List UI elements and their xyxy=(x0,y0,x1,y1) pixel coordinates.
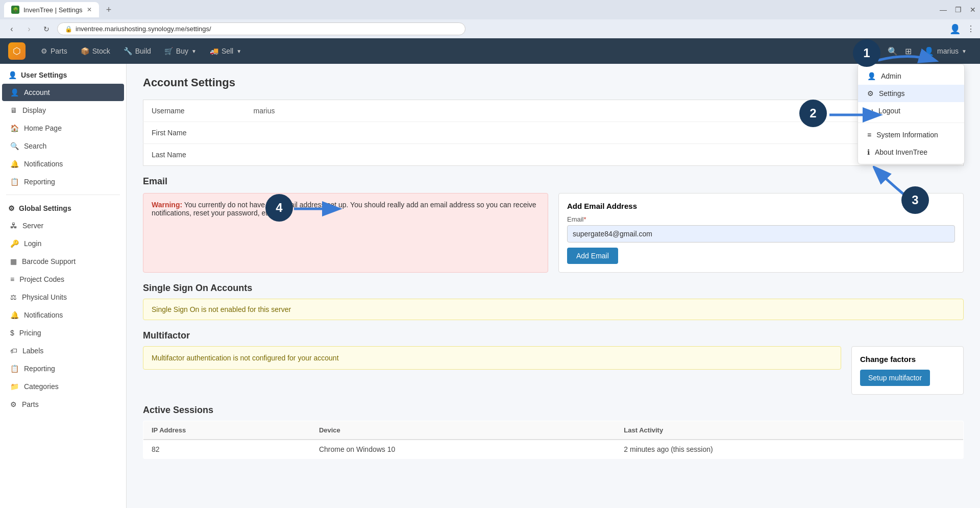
stock-label: Stock xyxy=(92,47,110,55)
arrow-2 xyxy=(829,105,886,127)
dropdown-item-system-info[interactable]: ≡ System Information xyxy=(858,126,964,143)
user-dropdown-icon: ▼ xyxy=(962,49,967,54)
content-area: 👤 User Settings 👤 Account 🖥 Display 🏠 Ho… xyxy=(0,64,980,508)
sessions-table: IP Address Device Last Activity 82 Chrom… xyxy=(143,421,964,459)
minimize-btn[interactable]: — xyxy=(940,6,947,14)
field-label: First Name xyxy=(143,122,246,144)
project-codes-icon: ≡ xyxy=(10,275,14,283)
navbar-item-sell[interactable]: 🚚 Sell ▼ xyxy=(204,44,248,58)
user-settings-icon: 👤 xyxy=(8,71,17,79)
physical-units-icon: ⚖ xyxy=(10,293,17,301)
arrow-4 xyxy=(294,199,345,221)
sidebar-item-display[interactable]: 🖥 Display xyxy=(2,102,124,119)
mfa-warning-box: Multifactor authentication is not config… xyxy=(143,346,841,370)
tab-close-icon[interactable]: ✕ xyxy=(87,6,92,13)
sidebar-item-login[interactable]: 🔑 Login xyxy=(2,235,124,252)
navbar-item-parts[interactable]: ⚙ Parts xyxy=(35,44,74,58)
multifactor-title: Multifactor xyxy=(143,330,964,341)
sidebar-item-server[interactable]: 🖧 Server xyxy=(2,217,124,234)
parts-icon: ⚙ xyxy=(41,47,47,55)
add-email-button[interactable]: Add Email xyxy=(567,248,618,264)
settings-icon: ⚙ xyxy=(867,89,874,98)
sessions-header-row: IP Address Device Last Activity xyxy=(143,421,964,440)
reload-btn[interactable]: ↻ xyxy=(40,22,53,36)
sidebar-item-reporting[interactable]: 📋 Reporting xyxy=(2,173,124,190)
col-device: Device xyxy=(311,421,616,440)
sidebar-item-pricing[interactable]: $ Pricing xyxy=(2,324,124,342)
sidebar-item-notifications[interactable]: 🔔 Notifications xyxy=(2,155,124,173)
mfa-warning-text: Multifactor authentication is not config… xyxy=(152,354,339,362)
sidebar-item-homepage[interactable]: 🏠 Home Page xyxy=(2,119,124,137)
app-logo[interactable]: ⬡ xyxy=(8,42,26,60)
annotation-4: 4 xyxy=(265,194,293,222)
forward-btn[interactable]: › xyxy=(22,22,36,36)
sidebar-item-categories[interactable]: 📁 Categories xyxy=(2,378,124,395)
navbar-item-build[interactable]: 🔧 Build xyxy=(117,44,157,58)
col-ip: IP Address xyxy=(143,421,311,440)
login-icon: 🔑 xyxy=(10,239,19,248)
table-row: 82 Chrome on Windows 10 2 minutes ago (t… xyxy=(143,440,964,459)
sidebar-item-physical-units[interactable]: ⚖ Physical Units xyxy=(2,288,124,306)
page-title: Account Settings xyxy=(143,76,964,89)
lock-icon: 🔒 xyxy=(65,26,72,33)
tab-favicon: 🌳 xyxy=(11,6,19,14)
annotation-2: 2 xyxy=(799,100,827,127)
about-icon: ℹ xyxy=(867,148,870,156)
email-section-title: Email xyxy=(143,176,964,187)
warning-prefix: Warning: xyxy=(152,201,182,209)
buy-icon: 🛒 xyxy=(164,47,173,55)
new-tab-btn[interactable]: + xyxy=(103,4,115,16)
sidebar-item-reporting2[interactable]: 📋 Reporting xyxy=(2,360,124,377)
global-settings-header: ⚙ Global Settings xyxy=(0,199,126,216)
session-device: Chrome on Windows 10 xyxy=(311,440,616,459)
parts-label: Parts xyxy=(51,47,67,55)
sidebar-item-search[interactable]: 🔍 Search xyxy=(2,137,124,155)
dropdown-item-about[interactable]: ℹ About InvenTree xyxy=(858,143,964,161)
add-email-title: Add Email Address xyxy=(567,202,955,210)
back-btn[interactable]: ‹ xyxy=(5,22,18,36)
sso-info-box: Single Sign On is not enabled for this s… xyxy=(143,299,964,320)
sidebar-item-account[interactable]: 👤 Account xyxy=(2,84,124,101)
change-factors-title: Change factors xyxy=(860,355,955,364)
display-icon: 🖥 xyxy=(10,106,17,114)
browser-tab[interactable]: 🌳 InvenTree | Settings ✕ xyxy=(4,2,99,17)
reporting-icon: 📋 xyxy=(10,178,19,186)
sidebar-item-project-codes[interactable]: ≡ Project Codes xyxy=(2,271,124,288)
navbar-item-stock[interactable]: 📦 Stock xyxy=(75,44,116,58)
build-icon: 🔧 xyxy=(124,47,132,55)
build-label: Build xyxy=(135,47,151,55)
sidebar-item-parts2[interactable]: ⚙ Parts xyxy=(2,396,124,413)
maximize-btn[interactable]: ❐ xyxy=(955,6,962,14)
app-container: ⬡ ⚙ Parts 📦 Stock 🔧 Build 🛒 Buy ▼ 🚚 Sell xyxy=(0,38,980,508)
table-row: Last Name xyxy=(143,144,964,166)
sell-label: Sell xyxy=(222,47,233,55)
navbar-item-buy[interactable]: 🛒 Buy ▼ xyxy=(158,44,203,58)
annotation-3: 3 xyxy=(901,186,929,214)
menu-btn[interactable]: ⋮ xyxy=(967,24,975,34)
sidebar-item-notifications2[interactable]: 🔔 Notifications xyxy=(2,306,124,324)
close-btn[interactable]: ✕ xyxy=(970,6,976,14)
sidebar-item-barcode[interactable]: ▦ Barcode Support xyxy=(2,253,124,270)
system-info-icon: ≡ xyxy=(867,131,871,139)
buy-label: Buy xyxy=(176,47,188,55)
stock-icon: 📦 xyxy=(81,47,89,55)
setup-multifactor-button[interactable]: Setup multifactor xyxy=(860,370,930,386)
email-input[interactable] xyxy=(567,225,955,243)
sessions-title: Active Sessions xyxy=(143,405,964,416)
sidebar-item-labels[interactable]: 🏷 Labels xyxy=(2,342,124,359)
buy-dropdown-icon: ▼ xyxy=(191,49,197,54)
address-bar[interactable]: 🔒 inventree.mariushosting.synology.me/se… xyxy=(57,22,465,35)
address-text: inventree.mariushosting.synology.me/sett… xyxy=(76,25,211,33)
browser-chrome: 🌳 InvenTree | Settings ✕ + — ❐ ✕ xyxy=(0,0,980,19)
main-content: Account Settings Username marius First N… xyxy=(127,64,980,508)
user-settings-header: 👤 User Settings xyxy=(0,64,126,83)
top-navbar: ⬡ ⚙ Parts 📦 Stock 🔧 Build 🛒 Buy ▼ 🚚 Sell xyxy=(0,38,980,64)
global-settings-icon: ⚙ xyxy=(8,204,15,212)
dropdown-item-settings[interactable]: ⚙ Settings xyxy=(858,85,964,102)
sell-icon: 🚚 xyxy=(210,47,218,55)
search-sidebar-icon: 🔍 xyxy=(10,142,19,150)
profile-btn[interactable]: 👤 xyxy=(949,23,961,35)
sell-dropdown-icon: ▼ xyxy=(236,49,241,54)
field-value xyxy=(246,144,964,166)
sso-title: Single Sign On Accounts xyxy=(143,283,964,294)
